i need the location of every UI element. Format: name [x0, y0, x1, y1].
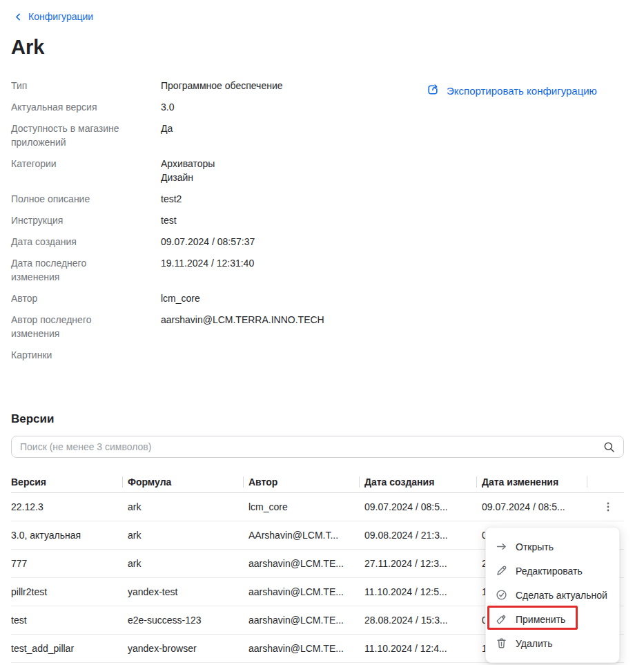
- cell-version: 22.12.3: [11, 493, 128, 521]
- cell-formula: ark: [128, 493, 248, 521]
- detail-value: 09.07.2024 / 08:57:37: [161, 235, 411, 249]
- cell-version: 777: [11, 550, 128, 577]
- detail-label: Категории: [11, 157, 135, 184]
- cell-version: test: [11, 606, 128, 634]
- cell-author: aarshavin@LCM.TE...: [248, 606, 364, 634]
- detail-value: 19.11.2024 / 12:31:40: [161, 256, 411, 284]
- menu-item-label: Удалить: [516, 638, 552, 649]
- column-header: Версия: [11, 472, 128, 492]
- versions-search: [11, 436, 624, 458]
- cell-author: lcm_core: [248, 493, 364, 521]
- detail-label: Актуальная версия: [11, 100, 135, 114]
- cell-formula: yandex-browser: [128, 635, 248, 662]
- cell-formula: e2e-success-123: [128, 606, 248, 634]
- menu-item-4[interactable]: Удалить: [486, 631, 619, 655]
- detail-value: test2: [161, 192, 411, 206]
- detail-label: Картинки: [11, 348, 135, 362]
- circle-check-icon: [496, 589, 507, 601]
- cell-formula: ark: [128, 550, 248, 577]
- table-row[interactable]: 22.12.3arklcm_core09.07.2024 / 08:5...09…: [11, 493, 624, 521]
- detail-label: Полное описание: [11, 192, 135, 206]
- cell-created: 09.07.2024 / 08:5...: [364, 493, 482, 521]
- usb-drive-icon: [496, 613, 507, 625]
- column-header: Дата изменения: [482, 472, 592, 492]
- detail-value: Архиваторы Дизайн: [161, 157, 411, 184]
- search-input[interactable]: [11, 436, 624, 458]
- menu-item-label: Открыть: [516, 541, 554, 552]
- detail-label: Автор последнего изменения: [11, 313, 135, 340]
- cell-version: pillr2test: [11, 578, 128, 606]
- export-configuration-button[interactable]: Экспортировать конфигурацию: [426, 83, 597, 99]
- detail-value: lcm_core: [161, 291, 411, 305]
- detail-label: Автор: [11, 291, 135, 305]
- detail-value: test: [161, 213, 411, 227]
- menu-item-3[interactable]: Применить: [486, 607, 619, 631]
- arrow-right-icon: [496, 541, 507, 552]
- detail-value: [161, 348, 411, 362]
- cell-created: 27.11.2024 / 12:3...: [364, 550, 482, 577]
- menu-item-label: Редактировать: [516, 566, 583, 577]
- column-header: Дата создания: [364, 472, 482, 492]
- detail-label: Доступность в магазине приложений: [11, 122, 135, 149]
- detail-label: Инструкция: [11, 213, 135, 227]
- cell-created: 11.10.2024 / 12:4...: [364, 635, 482, 662]
- cell-version: test_add_pillar: [11, 635, 128, 662]
- column-header: Формула: [128, 472, 248, 492]
- detail-label: Дата создания: [11, 235, 135, 249]
- menu-item-label: Применить: [516, 614, 565, 625]
- search-icon[interactable]: [603, 441, 615, 455]
- cell-author: aarshavin@LCM.TE...: [248, 578, 364, 606]
- pencil-icon: [496, 565, 507, 577]
- details-grid: ТипПрограммное обеспечениеАктуальная вер…: [11, 79, 411, 362]
- cell-created: 28.08.2024 / 15:3...: [364, 606, 482, 634]
- configuration-detail-page: Конфигурации Ark ТипПрограммное обеспече…: [0, 0, 644, 665]
- column-header: Автор: [248, 472, 364, 492]
- cell-author: aarshavin@LCM.TE...: [248, 635, 364, 662]
- menu-item-label: Сделать актуальной: [516, 590, 607, 601]
- kebab-menu-icon[interactable]: [600, 499, 616, 515]
- detail-value: Да: [161, 122, 411, 149]
- export-icon: [426, 83, 440, 99]
- row-context-menu: ОткрытьРедактироватьСделать актуальнойПр…: [485, 527, 620, 663]
- cell-author: AArshavin@LCM.T...: [248, 521, 364, 549]
- versions-table-header: ВерсияФормулаАвторДата созданияДата изме…: [11, 472, 624, 493]
- column-header: [592, 472, 624, 492]
- menu-item-0[interactable]: Открыть: [486, 534, 619, 559]
- cell-formula: yandex-test: [128, 578, 248, 606]
- versions-heading: Версии: [11, 412, 54, 426]
- row-actions-cell: [592, 493, 624, 521]
- cell-formula: ark: [128, 521, 248, 549]
- trash-icon: [496, 637, 507, 649]
- menu-item-1[interactable]: Редактировать: [486, 559, 619, 583]
- detail-label: Дата последнего изменения: [11, 256, 135, 284]
- detail-label: Тип: [11, 79, 135, 93]
- detail-value: Программное обеспечение: [161, 79, 411, 93]
- menu-item-2[interactable]: Сделать актуальной: [486, 583, 619, 607]
- cell-modified: 09.07.2024 / 08:5...: [482, 493, 592, 521]
- cell-author: aarshavin@LCM.TE...: [248, 550, 364, 577]
- back-to-configurations-link[interactable]: Конфигурации: [14, 11, 93, 22]
- page-title: Ark: [11, 36, 44, 59]
- export-link-label: Экспортировать конфигурацию: [447, 85, 597, 97]
- cell-created: 09.08.2024 / 21:3...: [364, 521, 482, 549]
- chevron-left-icon: [14, 12, 23, 21]
- detail-value: 3.0: [161, 100, 411, 114]
- cell-created: 11.10.2024 / 12:5...: [364, 578, 482, 606]
- back-link-label: Конфигурации: [28, 11, 93, 22]
- cell-version: 3.0, актуальная: [11, 521, 128, 549]
- detail-value: aarshavin@LCM.TERRA.INNO.TECH: [161, 313, 411, 340]
